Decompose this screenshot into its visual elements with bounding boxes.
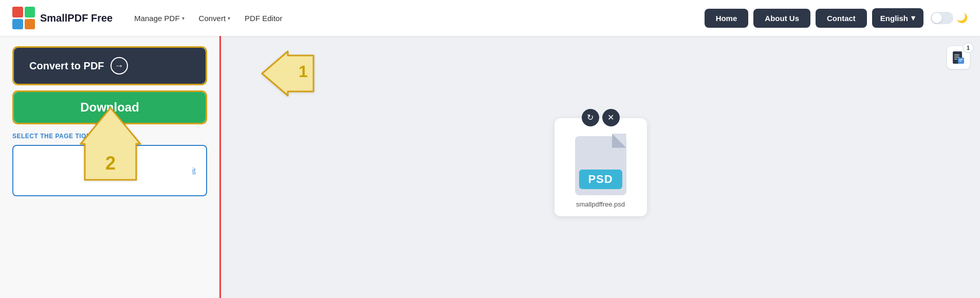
header-right: Home About Us Contact English ▾ 🌙 [705,8,968,28]
svg-rect-7 [954,59,957,60]
dark-mode-toggle[interactable]: 🌙 [931,12,968,24]
toggle-knob [932,13,942,23]
arrow-right-icon: → [110,57,128,74]
notification-icon[interactable]: 1 [947,46,970,69]
file-card-controls: ↻ ✕ [582,109,620,126]
logo-icon [12,7,35,29]
logo-cell-orange [25,19,35,30]
svg-rect-5 [954,54,959,55]
moon-icon: 🌙 [956,12,968,24]
nav-item-manage-pdf[interactable]: Manage PDF ▾ [128,11,190,26]
logo-title: SmallPDF Free [40,12,113,24]
right-panel: 1 ↻ ✕ PSD smallpdffree.psd [221,36,980,298]
header: SmallPDF Free Manage PDF ▾ Convert ▾ PDF… [0,0,980,36]
nav-links: Manage PDF ▾ Convert ▾ PDF Editor [128,11,704,26]
convert-to-pdf-label: Convert to PDF [29,60,104,72]
svg-text:2: 2 [105,153,116,174]
nav-label-convert: Convert [199,14,226,23]
logo-area: SmallPDF Free [12,7,113,29]
page-selector-link[interactable]: it [192,166,196,175]
convert-to-pdf-button[interactable]: Convert to PDF → [14,48,206,84]
logo-cell-green [25,7,35,17]
main-content: 1 Convert to PDF → Download SELECT THE P… [0,36,980,298]
svg-rect-10 [959,61,961,62]
language-button[interactable]: English ▾ [872,8,923,28]
chevron-down-icon: ▾ [911,13,915,23]
file-close-button[interactable]: ✕ [602,109,620,126]
svg-rect-9 [959,59,963,60]
nav-item-convert[interactable]: Convert ▾ [193,11,237,26]
file-icon: PSD [572,134,629,195]
svg-text:1: 1 [299,62,308,81]
arrow-2-annotation: 2 [80,103,141,187]
nav-label-manage-pdf: Manage PDF [134,14,179,23]
chevron-down-icon: ▾ [228,15,230,21]
home-button[interactable]: Home [705,9,749,28]
file-name: smallpdffree.psd [567,200,635,208]
logo-cell-blue [12,19,23,30]
arrow-1-annotation: 1 [216,50,319,99]
nav-label-pdf-editor: PDF Editor [245,14,282,23]
file-type-label: PSD [579,170,622,189]
nav-item-pdf-editor[interactable]: PDF Editor [238,11,288,26]
toggle-switch[interactable] [931,12,953,24]
doc-icon [952,50,965,65]
left-panel: 1 Convert to PDF → Download SELECT THE P… [0,36,221,298]
notification-area: 1 [947,46,970,69]
contact-button[interactable]: Contact [816,9,867,28]
language-label: English [880,14,908,23]
file-card: ↻ ✕ PSD smallpdffree.psd [554,118,647,216]
notification-badge: 1 [963,42,974,53]
about-button[interactable]: About Us [753,9,810,28]
file-refresh-button[interactable]: ↻ [582,109,599,126]
logo-cell-red [12,7,23,17]
convert-to-pdf-wrapper: Convert to PDF → [12,46,207,85]
svg-rect-6 [954,57,959,58]
chevron-down-icon: ▾ [182,15,184,21]
